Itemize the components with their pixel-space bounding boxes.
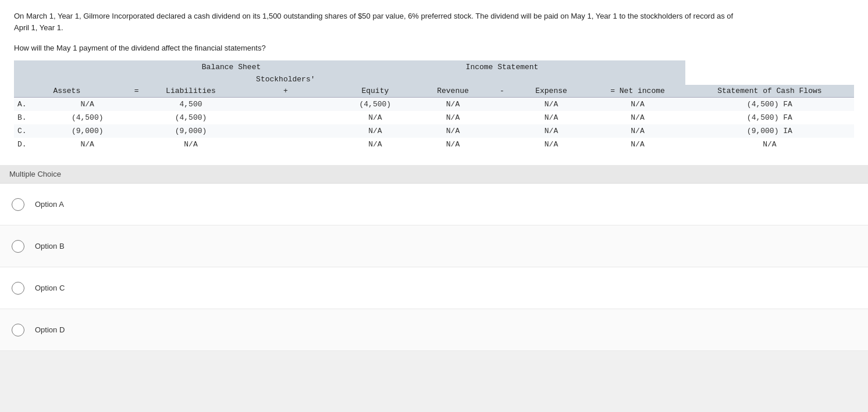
mc-radio-a[interactable] — [12, 198, 24, 211]
mc-option-d[interactable]: Option D — [0, 309, 868, 351]
th-minus: - — [492, 85, 512, 98]
row-net-income: N/A — [590, 138, 685, 151]
mc-option-b[interactable]: Option B — [0, 225, 868, 267]
th-sub-empty4 — [336, 74, 685, 85]
row-assets: N/A — [48, 98, 126, 112]
row-assets: N/A — [48, 138, 126, 151]
row-revenue: N/A — [414, 98, 492, 112]
mc-option-a[interactable]: Option A — [0, 184, 868, 225]
row-liabilities: (9,000) — [147, 124, 234, 138]
table-row: D. N/A N/A N/A N/A N/A N/A N/A — [14, 138, 854, 151]
row-cash-flows: (9,000) IA — [685, 124, 854, 138]
th-empty3 — [590, 60, 685, 74]
row-net-income: N/A — [590, 98, 685, 112]
th-equity: Equity — [336, 85, 414, 98]
mc-options: Option A Option B Option C Option D — [0, 184, 868, 351]
row-cash-flows: N/A — [685, 138, 854, 151]
row-letter: D. — [14, 138, 48, 151]
row-equity: N/A — [336, 124, 414, 138]
row-assets: (4,500) — [48, 111, 126, 124]
th-expense: Expense — [513, 85, 590, 98]
th-stockholders-equity: Stockholders' — [235, 74, 336, 85]
row-revenue: N/A — [414, 124, 492, 138]
row-letter: C. — [14, 124, 48, 138]
row-cash-flows: (4,500) FA — [685, 98, 854, 112]
row-assets: (9,000) — [48, 124, 126, 138]
th-income-statement: Income Statement — [414, 60, 590, 74]
row-liabilities: (4,500) — [147, 111, 234, 124]
question-line2: April 1, Year 1. — [14, 23, 63, 32]
mc-option-c[interactable]: Option C — [0, 267, 868, 309]
row-equity: N/A — [336, 138, 414, 151]
multiple-choice-section: Multiple Choice Option A Option B Option… — [0, 165, 868, 351]
th-empty1 — [14, 60, 126, 74]
row-equity: N/A — [336, 111, 414, 124]
mc-radio-d[interactable] — [12, 324, 24, 336]
th-plus: + — [235, 85, 336, 98]
table-header-sub: Stockholders' — [14, 74, 854, 85]
mc-radio-c[interactable] — [12, 282, 24, 295]
row-expense: N/A — [513, 98, 590, 112]
table-row: C. (9,000) (9,000) N/A N/A N/A N/A (9,00… — [14, 124, 854, 138]
mc-option-label-a: Option A — [35, 200, 64, 209]
mc-header: Multiple Choice — [0, 165, 868, 184]
th-cash-flows: Statement of Cash Flows — [685, 85, 854, 98]
row-equity: (4,500) — [336, 98, 414, 112]
row-liabilities: 4,500 — [147, 98, 234, 112]
row-liabilities: N/A — [147, 138, 234, 151]
mc-option-label-b: Option B — [35, 242, 65, 250]
th-assets: Assets — [48, 85, 126, 98]
row-net-income: N/A — [590, 124, 685, 138]
th-sub-empty2 — [126, 74, 147, 85]
table-header-groups: Balance Sheet Income Statement — [14, 60, 854, 74]
table-row: A. N/A 4,500 (4,500) N/A N/A N/A (4,500)… — [14, 98, 854, 112]
mc-option-label-d: Option D — [35, 325, 65, 334]
financial-table: Balance Sheet Income Statement Stockhold… — [14, 60, 854, 151]
row-expense: N/A — [513, 124, 590, 138]
question-line1: On March 1, Year 1, Gilmore Incorporated… — [14, 12, 733, 20]
th-letter — [14, 85, 48, 98]
row-cash-flows: (4,500) FA — [685, 111, 854, 124]
th-eq1: = — [126, 85, 147, 98]
table-row: B. (4,500) (4,500) N/A N/A N/A N/A (4,50… — [14, 111, 854, 124]
sub-question: How will the May 1 payment of the divide… — [14, 44, 854, 52]
table-header-cols: Assets = Liabilities + Equity Revenue - … — [14, 85, 854, 98]
row-net-income: N/A — [590, 111, 685, 124]
row-revenue: N/A — [414, 138, 492, 151]
th-sub-empty3 — [147, 74, 234, 85]
financial-table-container: Balance Sheet Income Statement Stockhold… — [14, 60, 854, 151]
question-text: On March 1, Year 1, Gilmore Incorporated… — [14, 10, 854, 33]
th-liabilities: Liabilities — [147, 85, 234, 98]
mc-option-label-c: Option C — [35, 284, 65, 292]
row-expense: N/A — [513, 111, 590, 124]
row-letter: A. — [14, 98, 48, 112]
th-empty2 — [336, 60, 414, 74]
th-sub-empty1 — [14, 74, 126, 85]
mc-radio-b[interactable] — [12, 240, 24, 253]
row-letter: B. — [14, 111, 48, 124]
table-body: A. N/A 4,500 (4,500) N/A N/A N/A (4,500)… — [14, 98, 854, 152]
th-balance-sheet: Balance Sheet — [126, 60, 336, 74]
th-net-income: = Net income — [590, 85, 685, 98]
row-expense: N/A — [513, 138, 590, 151]
row-revenue: N/A — [414, 111, 492, 124]
th-revenue: Revenue — [414, 85, 492, 98]
